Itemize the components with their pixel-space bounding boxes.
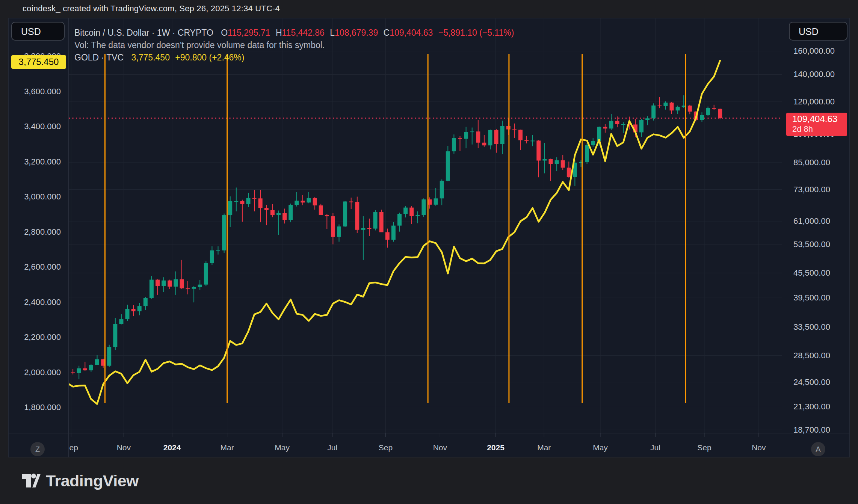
- left-axis-tick: 3,000.000: [11, 192, 61, 202]
- candle-body: [131, 309, 136, 311]
- left-axis-tick: 3,200.000: [11, 157, 61, 167]
- time-axis-tick: Mar: [205, 443, 250, 452]
- candle-body: [137, 306, 142, 311]
- candle-body: [597, 127, 601, 141]
- candle-body: [561, 160, 565, 168]
- time-axis-tick: Nov: [417, 443, 462, 452]
- legend-row-btc[interactable]: Bitcoin / U.S. Dollar · 1W · CRYPTO O115…: [74, 28, 514, 39]
- right-axis-currency-button[interactable]: USD: [789, 22, 847, 41]
- candle-body: [603, 127, 607, 129]
- candle-body: [180, 279, 184, 288]
- left-axis-tick: 3,600.000: [11, 86, 61, 97]
- candle-body: [542, 159, 547, 160]
- candle-body: [331, 216, 335, 237]
- left-axis-tick: 2,600.000: [11, 262, 61, 272]
- candle-body: [168, 281, 172, 287]
- legend-high-label: H: [276, 28, 282, 38]
- candle-body: [156, 280, 160, 286]
- candle-body: [240, 201, 244, 204]
- zoom-out-button[interactable]: Z: [30, 442, 45, 456]
- candle-body: [415, 215, 420, 216]
- candle-body: [144, 298, 148, 306]
- candle-body: [343, 202, 347, 227]
- time-axis-tick: Jul: [633, 443, 678, 452]
- left-axis-tick: 2,800.000: [11, 227, 61, 237]
- candle-body: [373, 212, 378, 228]
- time-axis[interactable]: SepNov2024MarMayJulSepNov2025MarMayJulSe…: [69, 438, 782, 457]
- candle-body: [71, 373, 75, 373]
- candle-body: [621, 124, 625, 125]
- time-axis-tick: Jul: [310, 443, 355, 452]
- legend-open-value: 115,295.71: [228, 28, 270, 38]
- legend-open-label: O: [221, 28, 228, 38]
- candle-body: [252, 198, 257, 199]
- tradingview-wordmark: TradingView: [46, 472, 139, 490]
- right-axis-tick: 53,500.00: [793, 239, 853, 250]
- candle-body: [125, 309, 130, 319]
- candle-body: [670, 103, 674, 110]
- left-axis-currency-button[interactable]: USD: [11, 22, 65, 41]
- candle-body: [282, 213, 287, 220]
- left-axis-tick: 2,200.000: [11, 332, 61, 343]
- candle-body: [688, 106, 692, 112]
- candle-body: [663, 103, 668, 106]
- left-axis-tick: 3,400.000: [11, 121, 61, 132]
- candle-body: [609, 121, 613, 129]
- gold-last-price-label: 3,775.450: [11, 55, 66, 69]
- candle-body: [337, 226, 341, 237]
- auto-scale-button[interactable]: A: [811, 442, 825, 456]
- candle-body: [500, 126, 505, 144]
- candle-body: [421, 199, 426, 215]
- candle-body: [174, 279, 178, 287]
- legend-high-value: 115,442.86: [282, 28, 325, 38]
- candle-body: [198, 285, 202, 287]
- candle-body: [645, 118, 650, 120]
- candle-body: [657, 106, 662, 106]
- legend-gold-symbol[interactable]: GOLD · TVC: [74, 53, 124, 62]
- candle-body: [470, 131, 474, 132]
- right-axis-tick: 39,500.00: [793, 293, 853, 303]
- candle-body: [409, 208, 414, 216]
- candle-body: [301, 201, 305, 202]
- candle-body: [355, 202, 359, 230]
- tradingview-screenshot: coindesk_ created with TradingView.com, …: [0, 0, 858, 504]
- candle-body: [524, 140, 529, 141]
- candle-body: [313, 198, 317, 205]
- candle-body: [162, 281, 166, 286]
- candle-body: [258, 198, 263, 208]
- candle-body: [434, 198, 438, 205]
- legend-row-gold[interactable]: GOLD · TVC 3,775.450 +90.800 (+2.46%): [74, 53, 244, 64]
- candle-body: [506, 126, 511, 130]
- time-axis-tick: 2024: [150, 443, 195, 452]
- legend-btc-symbol[interactable]: Bitcoin / U.S. Dollar · 1W · CRYPTO: [74, 28, 213, 38]
- time-axis-tick: May: [260, 443, 305, 452]
- candle-body: [222, 215, 226, 250]
- right-axis-tick: 61,000.00: [793, 216, 853, 226]
- tradingview-logo[interactable]: TradingView: [21, 469, 139, 492]
- left-axis-tick: 2,400.000: [11, 297, 61, 308]
- left-axis-tick: 1,800.000: [11, 402, 61, 413]
- candle-body: [264, 208, 269, 210]
- candle-body: [676, 107, 680, 110]
- candle-body: [482, 143, 486, 145]
- candle-body: [440, 181, 444, 198]
- time-axis-tick: Nov: [736, 443, 781, 452]
- candle-body: [512, 130, 517, 130]
- candle-body: [349, 202, 353, 202]
- price-chart[interactable]: [0, 0, 858, 504]
- candle-body: [119, 319, 123, 324]
- btc-last-price-value: 109,404.63: [792, 114, 847, 124]
- candle-body: [83, 368, 87, 370]
- btc-bar-countdown: 2d 8h: [792, 124, 847, 134]
- candle-body: [77, 368, 81, 373]
- time-axis-tick: Sep: [363, 443, 408, 452]
- candle-body: [192, 287, 196, 288]
- candle-body: [107, 347, 111, 366]
- legend-low-label: L: [330, 28, 335, 38]
- time-axis-tick: Sep: [69, 443, 94, 452]
- candle-body: [615, 121, 619, 124]
- candle-body: [446, 151, 450, 181]
- candle-body: [549, 159, 553, 164]
- candle-body: [186, 288, 190, 289]
- left-axis-tick: 2,000.000: [11, 367, 61, 378]
